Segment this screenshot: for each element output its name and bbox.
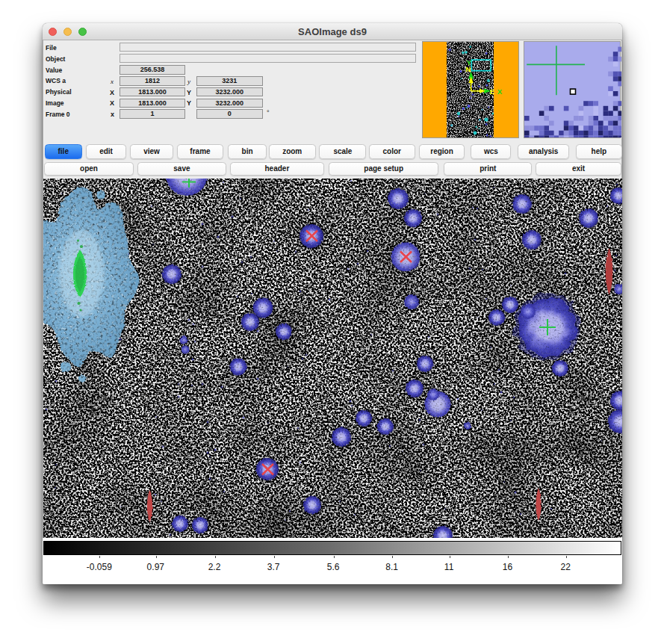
svg-text:X: X xyxy=(497,87,502,96)
svg-text:Y: Y xyxy=(466,58,471,66)
svg-text:E: E xyxy=(489,87,494,96)
